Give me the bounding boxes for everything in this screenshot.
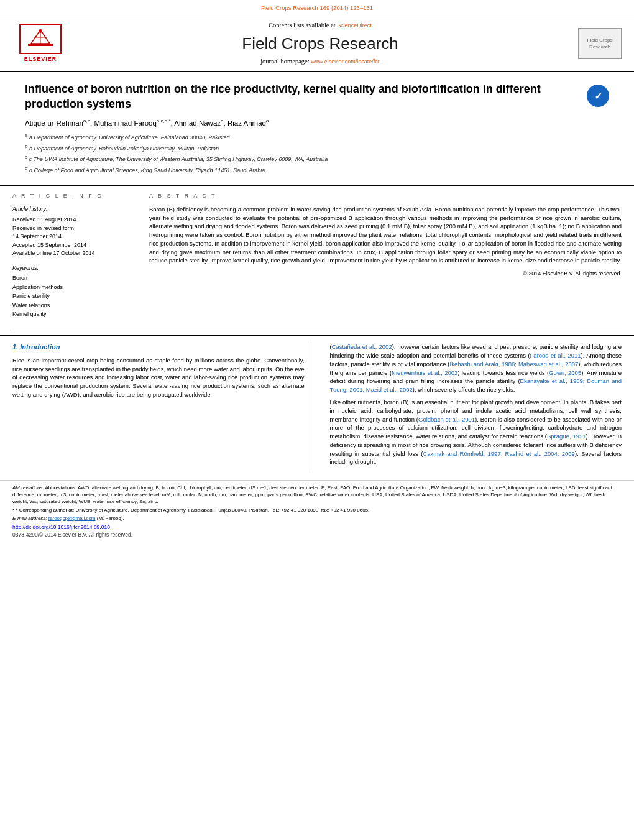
ref-castaneda[interactable]: Castañeda et al., 2002	[332, 343, 392, 350]
crossmark-icon[interactable]: ✓	[587, 85, 609, 107]
doi-link[interactable]: http://dx.doi.org/10.1016/j.fcr.2014.09.…	[12, 524, 110, 530]
header-section: ELSEVIER Contents lists available at Sci…	[0, 16, 634, 73]
section-divider	[12, 330, 622, 330]
issn-line: 0378-4290/© 2014 Elsevier B.V. All right…	[12, 532, 622, 539]
ref-gowri[interactable]: Gowri, 2005	[549, 369, 581, 376]
article-info-col: A R T I C L E I N F O Article history: R…	[12, 192, 137, 318]
sci-direct-link[interactable]: ScienceDirect	[337, 22, 372, 29]
keyword-application: Application methods	[12, 283, 137, 292]
abbreviations-note: Abbreviations: Abbreviations: AWD, alter…	[12, 484, 622, 505]
article-header: ✓ Influence of boron nutrition on the ri…	[0, 72, 634, 180]
doi-line: http://dx.doi.org/10.1016/j.fcr.2014.09.…	[12, 524, 622, 532]
page: Field Crops Research 169 (2014) 123–131 …	[0, 0, 634, 840]
keyword-panicle: Panicle sterility	[12, 292, 137, 300]
ref-goldbach[interactable]: Goldbach et al., 2001	[418, 416, 475, 423]
journal-thumbnail: Field Crops Research	[578, 28, 622, 59]
abstract-text: Boron (B) deficiency is becoming a commo…	[149, 205, 622, 265]
affiliation-c: c c The UWA Institute of Agriculture, Th…	[25, 154, 609, 164]
ref-ikehashi[interactable]: Ikehashi and Araki, 1986; Maheswari et a…	[450, 361, 579, 367]
journal-title: Field Crops Research	[68, 32, 572, 55]
introduction-heading: 1. Introduction	[12, 343, 305, 352]
affiliation-d: d d College of Food and Agricultural Sci…	[25, 165, 609, 175]
keywords-label: Keywords:	[12, 264, 137, 272]
sci-direct-text: Contents lists available at	[269, 22, 336, 29]
received-revised-label: Received in revised form	[12, 224, 137, 233]
top-bar: Field Crops Research 169 (2014) 123–131	[0, 0, 634, 16]
authors-line: Atique-ur-Rehmana,b, Muhammad Farooqa,c,…	[25, 118, 609, 128]
elsevier-logo-box	[19, 24, 62, 54]
homepage-link[interactable]: www.elsevier.com/locate/fcr	[311, 58, 380, 65]
body-left-col: 1. Introduction Rice is an important cer…	[12, 343, 311, 470]
received-date: Received 11 August 2014	[12, 216, 137, 224]
thumb-label: Field Crops Research	[579, 37, 621, 50]
available-date: Available online 17 October 2014	[12, 249, 137, 258]
elsevier-tree-svg	[25, 28, 56, 50]
abstract-col: A B S T R A C T Boron (B) deficiency is …	[149, 192, 622, 318]
affiliation-a: a a Department of Agronomy, University o…	[25, 132, 609, 142]
article-title: Influence of boron nutrition on the rice…	[25, 82, 609, 111]
homepage-text: journal homepage:	[260, 58, 309, 65]
intro-para1-cont: (Castañeda et al., 2002), however certai…	[330, 343, 622, 394]
header-thumb: Field Crops Research	[572, 28, 622, 59]
ref-nieuwenhuis[interactable]: Nieuwenhuis et al., 2002	[392, 369, 457, 376]
header-center: Contents lists available at ScienceDirec…	[68, 21, 572, 67]
ref-sprague[interactable]: Sprague, 1951	[547, 433, 586, 440]
article-history-label: Article history:	[12, 205, 137, 213]
homepage-line: journal homepage: www.elsevier.com/locat…	[68, 57, 572, 67]
keyword-kernel: Kernel quality	[12, 310, 137, 318]
body-right-col: (Castañeda et al., 2002), however certai…	[324, 343, 622, 470]
article-info-header: A R T I C L E I N F O	[12, 192, 137, 200]
footnotes-section: Abbreviations: Abbreviations: AWD, alter…	[0, 480, 634, 543]
elsevier-wordmark: ELSEVIER	[24, 55, 57, 63]
affiliation-b: b b Department of Agronomy, Bahauddin Za…	[25, 143, 609, 154]
article-info-abstract-section: A R T I C L E I N F O Article history: R…	[0, 185, 634, 325]
accepted-date: Accepted 15 September 2014	[12, 241, 137, 250]
keyword-water: Water relations	[12, 301, 137, 310]
email-note: E-mail address: farooqcp@gmail.com (M. F…	[12, 515, 622, 522]
ref-farooq2011[interactable]: Farooq et al., 2011	[530, 352, 581, 359]
main-body: 1. Introduction Rice is an important cer…	[0, 335, 634, 476]
revised-date: 14 September 2014	[12, 233, 137, 241]
svg-point-2	[39, 29, 42, 33]
sci-direct-line: Contents lists available at ScienceDirec…	[68, 21, 572, 30]
crossmark-badge: ✓	[587, 85, 609, 107]
corresponding-note: * * Corresponding author at: University …	[12, 507, 622, 514]
affiliations: a a Department of Agronomy, University o…	[25, 132, 609, 175]
elsevier-logo: ELSEVIER	[12, 24, 68, 63]
journal-ref: Field Crops Research 169 (2014) 123–131	[261, 4, 373, 11]
svg-text:✓: ✓	[594, 91, 602, 101]
keyword-boron: Boron	[12, 274, 137, 282]
abstract-header: A B S T R A C T	[149, 192, 622, 200]
intro-para1: Rice is an important cereal crop being c…	[12, 356, 305, 399]
copyright-line: © 2014 Elsevier B.V. All rights reserved…	[149, 270, 622, 278]
ref-ekanayake[interactable]: Ekanayake et al., 1989; Bouman and Tuong…	[330, 377, 622, 393]
intro-para2: Like other nutrients, boron (B) is an es…	[330, 398, 622, 466]
ref-cakmak[interactable]: Cakmak and Römheld, 1997; Rashid et al.,…	[423, 450, 575, 457]
email-link[interactable]: farooqcp@gmail.com	[48, 515, 96, 521]
